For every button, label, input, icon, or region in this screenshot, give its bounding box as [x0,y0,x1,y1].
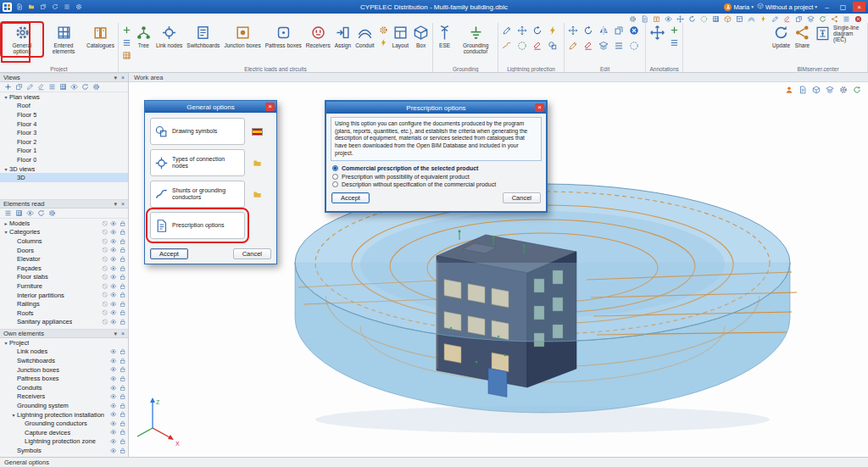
eye-icon[interactable] [110,283,117,290]
strike-icon[interactable] [102,301,108,308]
eye-icon[interactable] [110,403,117,409]
cancel-button[interactable]: Cancel [233,248,271,259]
tree-item-plan-views[interactable]: ▾Plan views [0,92,128,102]
eye-icon[interactable] [110,247,117,253]
pencil-tool[interactable] [502,25,515,38]
collapse-icon[interactable]: ▾ [114,201,117,207]
strike-icon[interactable] [102,220,108,227]
app-icon[interactable] [3,3,12,12]
close-tool[interactable] [629,25,642,38]
tree-item-floor-slabs[interactable]: Floor slabs [0,273,128,282]
eye-icon[interactable] [110,229,117,236]
lock-icon[interactable] [120,265,126,272]
strike-icon[interactable] [102,283,108,290]
lock-icon[interactable] [120,366,126,373]
layers-tool[interactable] [806,14,815,23]
shapes-tool[interactable] [548,41,560,53]
tree-item-floor-0[interactable]: Floor 0 [0,155,128,164]
maximize-button[interactable]: ▢ [837,2,849,12]
ribbon-button-switchboards[interactable]: Switchboards [185,23,221,50]
close-icon[interactable]: × [535,103,544,112]
chevron-down-icon[interactable]: ▾ [3,340,9,346]
tree-item-lightning-protection-installation[interactable]: ▾Lightning protection installation [0,410,128,420]
lock-icon[interactable] [120,393,126,400]
tree-item-link-nodes[interactable]: Link nodes [0,347,128,357]
tree-item-fa-ades[interactable]: Façades [0,264,128,273]
eye-icon[interactable] [110,274,117,281]
lock-icon[interactable] [120,292,126,298]
spanish-flag-icon[interactable] [252,128,263,136]
mirror-tool[interactable] [598,25,611,38]
book-tool[interactable] [652,14,661,23]
list-tool[interactable] [3,209,12,218]
tree-item-floor-1[interactable]: Floor 1 [0,147,128,156]
eye-icon[interactable] [110,256,117,263]
ribbon-button-layout[interactable]: Layout [391,23,411,50]
erase-tool[interactable] [782,14,792,23]
lock-icon[interactable] [120,309,126,316]
bolt-tool[interactable] [548,25,560,38]
tree-item-grounding-conductors[interactable]: Grounding conductors [0,419,128,428]
move-tool[interactable] [517,25,530,38]
radio-option-prescription-with-possibility-of-equivalent-product[interactable]: Prescription with possibility of equival… [332,174,540,180]
grid-tool[interactable] [711,14,721,23]
move-tool[interactable] [676,14,685,23]
dialog-button-drawing-symbols[interactable]: Drawing symbols [150,118,245,145]
tree-item-switchboards[interactable]: Switchboards [0,356,128,365]
user-tool[interactable] [784,85,793,94]
list-tool[interactable] [47,83,56,92]
copy-tool[interactable] [794,14,804,23]
doc-tool[interactable] [798,85,807,94]
grid-tool[interactable] [14,209,23,218]
dialog-button-types-of-connection-nodes[interactable]: Types of connection nodes [150,149,245,176]
zone-tool[interactable] [517,41,530,53]
update-tool[interactable] [36,209,45,218]
update-tool[interactable] [50,3,59,12]
minimize-button[interactable]: – [821,2,833,12]
lock-icon[interactable] [120,438,126,445]
tree-item-floor-3[interactable]: Floor 3 [0,128,128,137]
tree-item-grounding-system[interactable]: Grounding system [0,401,128,410]
ribbon-button-update[interactable]: Update [771,23,792,50]
ribbon-button-receivers[interactable]: Receivers [304,23,332,50]
gear-tool[interactable] [92,83,100,92]
eye-icon[interactable] [110,265,117,272]
erase-tool[interactable] [583,41,596,53]
eye-icon[interactable] [110,429,117,436]
lock-icon[interactable] [120,319,126,325]
dialog-titlebar[interactable]: General options × [145,101,276,113]
chevron-down-icon[interactable]: ▾ [10,412,17,418]
doc-tool[interactable] [640,14,649,23]
move-tool[interactable] [568,25,581,38]
lock-icon[interactable] [120,375,126,382]
cube-tool[interactable] [723,14,732,23]
folder-icon[interactable] [250,158,264,168]
pencil-tool[interactable] [771,14,780,23]
radio-selected-icon[interactable] [332,165,338,171]
eye-tool[interactable] [70,83,78,92]
tree-item-3d[interactable]: 3D [0,173,128,182]
close-button[interactable]: × [853,2,865,12]
ribbon-button-junction-boxes[interactable]: Junction boxes [222,23,262,50]
folder-icon[interactable] [250,190,264,199]
chevron-down-icon[interactable]: ▾ [3,166,9,172]
strike-icon[interactable] [102,229,108,236]
list-tool[interactable] [122,38,131,47]
lock-icon[interactable] [120,238,126,245]
erase-tool[interactable] [36,83,45,92]
list-tool[interactable] [670,38,679,47]
chevron-down-icon[interactable]: ▾ [3,229,9,235]
lock-icon[interactable] [120,420,126,427]
eye-tool[interactable] [25,209,34,218]
lock-icon[interactable] [120,448,126,454]
tree-item-conduits[interactable]: Conduits [0,383,128,392]
collapse-icon[interactable]: ▾ [114,331,117,336]
gear-tool[interactable] [628,14,637,23]
lock-icon[interactable] [120,256,126,263]
strike-icon[interactable] [102,274,108,281]
strike-icon[interactable] [102,265,108,272]
dialog-button-prescription-options[interactable]: Prescription options [150,212,245,239]
lock-icon[interactable] [120,358,126,364]
eye-icon[interactable] [110,393,117,400]
tree-item-3d-views[interactable]: ▾3D views [0,164,128,174]
